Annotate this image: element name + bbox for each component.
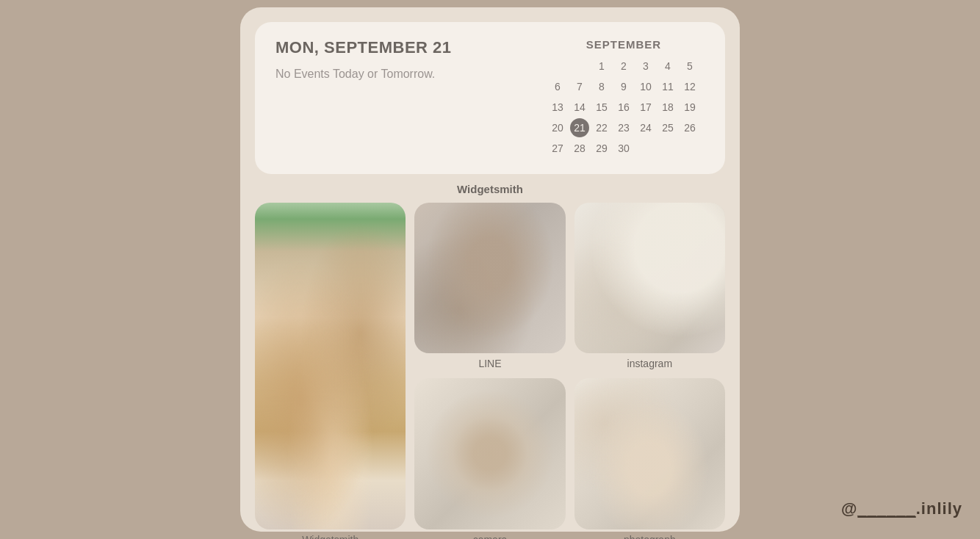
cal-day-25: 25: [657, 118, 679, 137]
app-icon-camera: [414, 378, 565, 529]
photograph-image: [574, 378, 725, 529]
cal-day-26: 26: [679, 118, 701, 137]
watermark-at: @: [841, 499, 857, 518]
calendar-left: MON, SEPTEMBER 21 No Events Today or Tom…: [275, 38, 528, 158]
cal-day-7: 7: [569, 77, 591, 96]
app-label-line: LINE: [478, 358, 501, 369]
calendar-widget: MON, SEPTEMBER 21 No Events Today or Tom…: [255, 22, 725, 174]
watermark-underline: ______: [857, 499, 915, 518]
cal-day-18: 18: [657, 98, 679, 117]
cal-day-13: 13: [547, 98, 569, 117]
app-item-line[interactable]: LINE: [414, 203, 565, 369]
app-item-instagram[interactable]: instagram: [574, 203, 725, 369]
cal-day-5: 5: [679, 57, 701, 76]
calendar-no-events: No Events Today or Tomorrow.: [275, 66, 528, 82]
cal-day-20: 20: [547, 118, 569, 137]
cal-day-19: 19: [679, 98, 701, 117]
watermark: @______.inlily: [841, 499, 962, 518]
cal-day-28: 28: [569, 139, 591, 158]
cal-day-4: 4: [657, 57, 679, 76]
cal-day-12: 12: [679, 77, 701, 96]
cal-day-8: 8: [591, 77, 613, 96]
app-icon-photograph: [574, 378, 725, 529]
cal-day-17: 17: [635, 98, 657, 117]
cal-day-14: 14: [569, 98, 591, 117]
cal-day-1: 1: [591, 57, 613, 76]
calendar-grid: 1 2 3 4 5 6 7 8 9 10 11 12 13 14 15 16 1…: [547, 57, 701, 158]
widgetsmith-section-label: Widgetsmith: [457, 183, 523, 195]
watermark-suffix: .inlily: [916, 499, 962, 518]
cal-day-6: 6: [547, 77, 569, 96]
app-label-camera: camera: [473, 534, 508, 539]
camera-image: [414, 378, 565, 529]
app-label-instagram: instagram: [627, 358, 672, 369]
cal-day-29: 29: [591, 139, 613, 158]
cal-day-30: 30: [613, 139, 635, 158]
cal-day-9: 9: [613, 77, 635, 96]
app-icon-line: [414, 203, 565, 353]
instagram-image: [574, 203, 725, 353]
app-icon-widgetsmith: [255, 203, 406, 529]
cal-day-15: 15: [591, 98, 613, 117]
cal-day-22: 22: [591, 118, 613, 137]
cafe-image: [255, 203, 406, 529]
app-label-widgetsmith: Widgetsmith: [302, 534, 359, 539]
app-item-widgetsmith[interactable]: Widgetsmith: [255, 203, 406, 539]
app-label-photograph: photograph: [624, 534, 676, 539]
calendar-date-title: MON, SEPTEMBER 21: [275, 38, 528, 57]
app-icon-instagram: [574, 203, 725, 353]
apps-grid: Widgetsmith LINE instagram camera: [255, 203, 725, 539]
cal-day-11: 11: [657, 77, 679, 96]
cal-day-23: 23: [613, 118, 635, 137]
cal-day-21-today: 21: [570, 118, 589, 137]
cal-day-24: 24: [635, 118, 657, 137]
cal-day-16: 16: [613, 98, 635, 117]
cal-day-2: 2: [613, 57, 635, 76]
calendar-month-title: SEPTEMBER: [586, 38, 661, 51]
app-item-photograph[interactable]: photograph: [574, 378, 725, 539]
line-image: [414, 203, 565, 353]
calendar-right: SEPTEMBER 1 2 3 4 5 6 7 8 9 10 11 12 13 …: [543, 38, 705, 158]
cal-day-27: 27: [547, 139, 569, 158]
app-item-camera[interactable]: camera: [414, 378, 565, 539]
phone-screen: MON, SEPTEMBER 21 No Events Today or Tom…: [240, 7, 740, 532]
cal-day-3: 3: [635, 57, 657, 76]
cal-day-10: 10: [635, 77, 657, 96]
